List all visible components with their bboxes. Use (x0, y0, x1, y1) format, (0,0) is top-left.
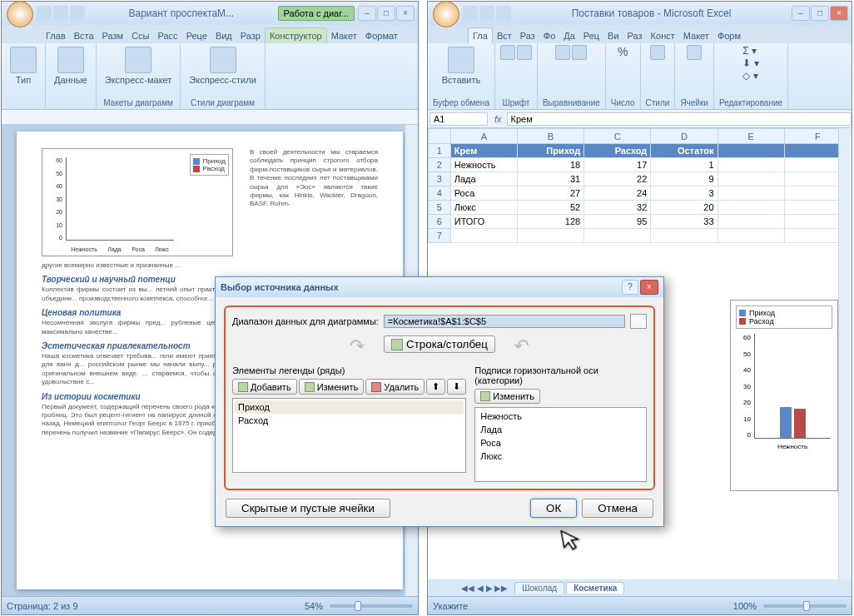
hidden-cells-button[interactable]: Скрытые и пустые ячейки (226, 499, 390, 518)
align-left-icon[interactable] (555, 45, 570, 60)
sheet-tab-active[interactable]: Косметика (566, 582, 624, 594)
clear-icon[interactable]: ◇ ▾ (742, 70, 758, 82)
styles-icon[interactable] (650, 45, 665, 60)
zoom-level[interactable]: 100% (733, 601, 757, 611)
cancel-button[interactable]: Отмена (582, 499, 653, 518)
tab-developer[interactable]: Раз (623, 28, 647, 43)
close-button[interactable]: × (396, 6, 415, 21)
close-button[interactable]: × (830, 6, 848, 21)
series-listbox[interactable]: Приход Расход (232, 398, 466, 473)
embedded-chart[interactable]: 0102030405060 НежностьЛадаРосаЛюкс Прихо… (42, 148, 233, 256)
move-up-button[interactable]: ⬆ (426, 379, 445, 395)
spreadsheet-grid[interactable]: ABCDEF 1 Крем Приход Расход Остаток 2 Не… (428, 128, 852, 243)
undo-icon[interactable] (479, 6, 494, 21)
sheet-nav-icon[interactable]: ◀◀ ◀ ▶ ▶▶ (461, 584, 508, 593)
tab-format[interactable]: Формат (361, 28, 402, 43)
page-indicator[interactable]: Страница: 2 из 9 (7, 601, 78, 611)
dialog-titlebar[interactable]: Выбор источника данных ? × (216, 277, 663, 297)
tab-design[interactable]: Конструктор (265, 27, 327, 43)
cell[interactable]: 17 (584, 158, 651, 172)
undo-icon[interactable] (53, 6, 68, 21)
cell[interactable]: 95 (584, 215, 651, 229)
tab-mailings[interactable]: Расс (154, 28, 182, 43)
zoom-slider[interactable] (330, 604, 413, 608)
quick-layout-button[interactable]: Экспресс-макет (102, 45, 176, 87)
cell[interactable]: 18 (517, 158, 583, 172)
cell[interactable]: Крем (450, 144, 517, 158)
list-item[interactable]: Роса (477, 436, 644, 450)
list-item[interactable]: Расход (235, 414, 464, 427)
cells-icon[interactable] (687, 45, 702, 60)
maximize-button[interactable]: □ (811, 6, 829, 21)
cell[interactable]: Нежность (450, 158, 517, 172)
list-item[interactable]: Нежность (477, 410, 644, 423)
cell[interactable]: 27 (517, 186, 583, 201)
redo-icon[interactable] (70, 6, 85, 21)
tab-view[interactable]: Ви (603, 28, 623, 43)
cell[interactable]: 3 (651, 186, 717, 201)
cell[interactable]: 20 (651, 201, 717, 215)
range-selector-icon[interactable] (630, 314, 647, 329)
tab-review[interactable]: Реце (182, 28, 211, 43)
tab-insert[interactable]: Вста (70, 28, 98, 43)
cell[interactable]: Приход (517, 144, 583, 158)
minimize-button[interactable]: – (792, 6, 810, 21)
formula-input[interactable]: Крем (507, 112, 852, 126)
paste-button[interactable]: Вставить (439, 45, 484, 87)
tab-review[interactable]: Рец (579, 28, 603, 43)
switch-row-column-button[interactable]: Строка/столбец (384, 335, 495, 353)
cell[interactable]: Лада (450, 172, 517, 186)
name-box[interactable]: A1 (429, 112, 488, 126)
zoom-level[interactable]: 54% (305, 601, 323, 611)
chart-data-button[interactable]: Данные (51, 45, 91, 87)
cell[interactable]: 52 (517, 201, 583, 215)
tab-insert[interactable]: Вст (493, 28, 516, 43)
cell[interactable]: 1 (651, 158, 717, 172)
move-down-button[interactable]: ⬇ (447, 379, 466, 395)
sheet-tab[interactable]: Шоколад (514, 582, 564, 594)
cell[interactable]: 9 (651, 172, 717, 186)
align-center-icon[interactable] (572, 45, 587, 60)
vertical-scrollbar[interactable] (838, 128, 852, 579)
autosum-icon[interactable]: Σ ▾ (742, 45, 758, 57)
cell[interactable]: 22 (584, 172, 651, 186)
bold-icon[interactable] (500, 45, 515, 60)
tab-layout[interactable]: Разм (98, 28, 128, 43)
cell[interactable]: Остаток (651, 144, 717, 158)
zoom-slider[interactable] (763, 604, 847, 608)
edit-series-button[interactable]: Изменить (299, 379, 365, 395)
cell[interactable] (717, 158, 784, 172)
maximize-button[interactable]: □ (377, 6, 395, 21)
add-series-button[interactable]: Добавить (232, 379, 297, 395)
list-item[interactable]: Лада (477, 423, 644, 436)
tab-view[interactable]: Вид (211, 28, 236, 43)
ok-button[interactable]: ОК (530, 499, 577, 518)
tab-developer[interactable]: Разр (236, 28, 265, 43)
save-icon[interactable] (463, 6, 478, 21)
cell[interactable]: 33 (651, 215, 717, 229)
cell[interactable]: Люкс (450, 201, 517, 215)
tab-layout[interactable]: Раз (516, 28, 539, 43)
tab-references[interactable]: Ссы (127, 28, 153, 43)
cell[interactable]: Расход (584, 144, 651, 158)
cell[interactable]: ИТОГО (450, 215, 517, 229)
cell[interactable]: Роса (450, 186, 517, 201)
tab-formulas[interactable]: Фо (539, 28, 559, 43)
cell[interactable] (717, 215, 784, 229)
category-listbox[interactable]: Нежность Лада Роса Люкс (474, 407, 647, 482)
tab-home[interactable]: Гла (468, 27, 493, 43)
italic-icon[interactable] (517, 45, 532, 60)
fill-icon[interactable]: ⬇ ▾ (742, 57, 758, 69)
office-button[interactable] (433, 1, 459, 27)
cell[interactable]: 32 (584, 201, 651, 215)
tab-chart-layout[interactable]: Макет (679, 28, 713, 43)
list-item[interactable]: Люкс (477, 450, 644, 463)
list-item[interactable]: Приход (235, 400, 464, 414)
tab-home[interactable]: Глав (42, 28, 70, 43)
horizontal-ruler[interactable] (2, 110, 418, 125)
cell[interactable]: 24 (584, 186, 651, 201)
help-button[interactable]: ? (622, 280, 638, 295)
save-icon[interactable] (37, 6, 52, 21)
minimize-button[interactable]: – (358, 6, 376, 21)
tab-data[interactable]: Да (559, 28, 579, 43)
